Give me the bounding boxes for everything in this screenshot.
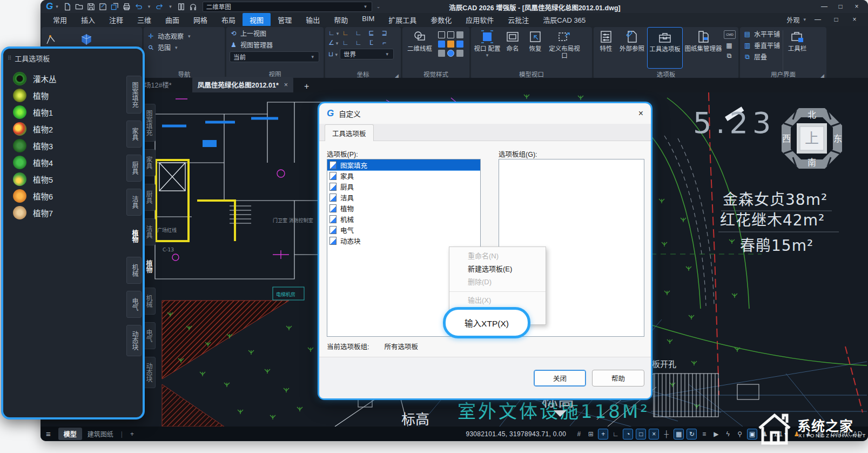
ucs-object-icon[interactable]: ⊒ bbox=[380, 29, 388, 37]
menu-tab[interactable]: 管理 bbox=[271, 13, 299, 26]
menu-tab[interactable]: 参数化 bbox=[423, 13, 459, 26]
import-xtp-highlight[interactable]: 输入XTP(X) bbox=[443, 307, 530, 338]
view-manager-button[interactable]: 视图管理器 bbox=[240, 40, 273, 49]
new-tab-button[interactable]: + bbox=[301, 81, 312, 92]
tile-vertical-button[interactable]: 垂直平铺 bbox=[754, 41, 780, 50]
palette-item[interactable]: 植物4 bbox=[13, 154, 121, 171]
doc-minimize-button[interactable]: — bbox=[810, 14, 826, 25]
restore-button[interactable]: □ bbox=[832, 0, 849, 13]
headset-icon[interactable] bbox=[189, 3, 197, 11]
ucs-z-icon[interactable]: Ľ bbox=[367, 39, 375, 46]
doc-close-button[interactable]: × bbox=[846, 14, 863, 25]
palette-list-item[interactable]: 动态块 bbox=[327, 235, 480, 246]
redo-icon[interactable] bbox=[156, 3, 164, 11]
menu-tab[interactable]: 注释 bbox=[102, 13, 130, 26]
tab-close-icon[interactable]: × bbox=[284, 81, 288, 89]
status-toggle-icon[interactable]: ▶ bbox=[711, 429, 721, 439]
command-line-icon[interactable]: CMD bbox=[724, 30, 736, 39]
xref-button[interactable]: 外部参照 bbox=[617, 27, 647, 68]
add-layout-button[interactable]: + bbox=[125, 429, 139, 439]
menu-tab[interactable]: 应用软件 bbox=[459, 13, 501, 26]
cascade-windows-icon[interactable]: ⧉ bbox=[724, 52, 735, 59]
status-toggle-icon[interactable]: ┼ bbox=[662, 429, 671, 439]
ucs-zaxis-icon[interactable]: ⌐ bbox=[380, 39, 388, 46]
context-menu-item[interactable]: 删除(D) bbox=[449, 276, 546, 289]
palette-list-item[interactable]: 洁具 bbox=[327, 192, 480, 203]
status-toggle-icon[interactable]: ◔ bbox=[623, 429, 633, 439]
palette-item[interactable]: 植物6 bbox=[13, 188, 121, 204]
palette-category-tab[interactable]: 洁具 bbox=[126, 189, 142, 216]
layout-menu-icon[interactable]: ≡ bbox=[46, 429, 51, 438]
define-layout-viewport-button[interactable]: 定义布局视口 bbox=[547, 27, 582, 68]
cascade-button[interactable]: 层叠 bbox=[754, 52, 767, 61]
palette-item[interactable]: 植物5 bbox=[13, 171, 121, 188]
dialog-title-bar[interactable]: G 自定义 × bbox=[319, 103, 651, 124]
menu-tab[interactable]: 浩辰CAD 365 bbox=[536, 13, 593, 26]
menu-tab[interactable]: 扩展工具 bbox=[381, 13, 423, 26]
open-file-icon[interactable] bbox=[75, 3, 83, 11]
document-tab-inactive[interactable]: 场12#楼* bbox=[142, 77, 174, 92]
ucs-rotate-icon[interactable]: ∟ bbox=[341, 39, 349, 46]
help-button[interactable]: 帮助 bbox=[592, 370, 644, 387]
sheet-set-icon[interactable] bbox=[177, 3, 185, 11]
menu-tab[interactable]: 三维 bbox=[130, 13, 158, 26]
ucs-named-icon[interactable]: ⊔▾ bbox=[328, 50, 337, 58]
context-menu-item[interactable]: 重命名(N) bbox=[449, 250, 546, 263]
layout-tab[interactable]: 建筑图纸 bbox=[82, 428, 119, 440]
ucs-x-icon[interactable]: ∠▾ bbox=[328, 39, 337, 46]
cube-3d-icon[interactable] bbox=[79, 32, 93, 48]
palette-category-tab[interactable]: 图案填充 bbox=[126, 76, 142, 114]
status-toggle-icon[interactable]: □ bbox=[636, 429, 646, 439]
palette-category-tab[interactable]: 植物 bbox=[126, 223, 142, 250]
palette-item[interactable]: 植物 bbox=[13, 87, 121, 104]
palette-list-item[interactable]: 植物 bbox=[327, 203, 480, 214]
status-toggle-icon[interactable]: ϟ bbox=[723, 429, 732, 439]
save-icon[interactable] bbox=[87, 3, 95, 11]
print-icon[interactable] bbox=[123, 3, 131, 11]
palette-item[interactable]: 灌木丛 bbox=[13, 70, 121, 87]
palette-category-tab[interactable]: 机械 bbox=[126, 257, 142, 284]
palette-category-tab[interactable]: 电气 bbox=[126, 291, 142, 318]
palette-category-tab[interactable]: 动态块 bbox=[126, 325, 142, 356]
toolbar-button[interactable]: 工具栏 bbox=[785, 27, 810, 68]
palette-list-item[interactable]: 家具 bbox=[327, 170, 480, 181]
palette-list-item[interactable]: 机械 bbox=[327, 214, 480, 224]
restore-viewport-button[interactable]: 恢复 bbox=[524, 27, 547, 68]
appearance-menu[interactable]: 外观 bbox=[786, 15, 799, 24]
polyline-icon[interactable] bbox=[45, 33, 58, 48]
logo-caret-icon[interactable]: ▾ bbox=[56, 4, 58, 9]
wireframe-button[interactable]: 二维线框 bbox=[405, 27, 435, 68]
status-toggle-icon[interactable]: # bbox=[574, 429, 583, 439]
previous-view-button[interactable]: 上一视图 bbox=[240, 29, 266, 38]
save-all-icon[interactable] bbox=[111, 3, 119, 11]
close-button[interactable]: × bbox=[849, 0, 865, 13]
menu-tab[interactable]: 布局 bbox=[214, 13, 243, 26]
status-toggle-icon[interactable]: ⊞ bbox=[586, 429, 595, 439]
ucs-y-icon[interactable]: ∟ bbox=[354, 39, 362, 46]
dialog-close-icon[interactable]: × bbox=[638, 109, 643, 118]
redo-caret-icon[interactable]: ▾ bbox=[169, 4, 172, 9]
tool-palettes-button[interactable]: 工具选项板 bbox=[647, 27, 683, 69]
context-menu-item[interactable]: 输出(X) bbox=[449, 291, 546, 309]
menu-tab[interactable]: 输出 bbox=[299, 13, 327, 26]
status-toggle-icon[interactable]: + bbox=[598, 429, 608, 439]
status-toggle-icon[interactable]: ▦ bbox=[674, 429, 684, 439]
doc-restore-button[interactable]: □ bbox=[828, 14, 844, 25]
palette-list-item[interactable]: 厨具 bbox=[327, 181, 480, 192]
sheet-set-manager-button[interactable]: 图纸集管理器 bbox=[683, 27, 724, 68]
palette-item[interactable]: 植物1 bbox=[13, 104, 121, 121]
palette-item[interactable]: 植物7 bbox=[13, 204, 121, 221]
palette-item[interactable]: 植物3 bbox=[13, 137, 121, 154]
palette-list-item[interactable]: 图案填充 bbox=[327, 159, 480, 170]
status-toggle-icon[interactable]: ≡ bbox=[699, 429, 709, 439]
quickcalc-icon[interactable]: ▦ bbox=[724, 42, 735, 49]
orbit-caret-icon[interactable]: ▾ bbox=[188, 34, 191, 39]
menu-tab[interactable]: 云批注 bbox=[501, 13, 536, 26]
context-menu-item[interactable]: 新建选项板(E) bbox=[449, 263, 546, 276]
dialog-tab-tool-palettes[interactable]: 工具选项板 bbox=[325, 124, 374, 141]
close-dialog-button[interactable]: 关闭 bbox=[534, 370, 586, 387]
palette-title-bar[interactable]: ⠿ 工具选项板 bbox=[3, 49, 143, 66]
qat-more-icon[interactable]: ⌄ bbox=[376, 4, 381, 9]
status-toggle-icon[interactable]: × bbox=[649, 429, 659, 439]
minimize-button[interactable]: — bbox=[816, 0, 832, 13]
